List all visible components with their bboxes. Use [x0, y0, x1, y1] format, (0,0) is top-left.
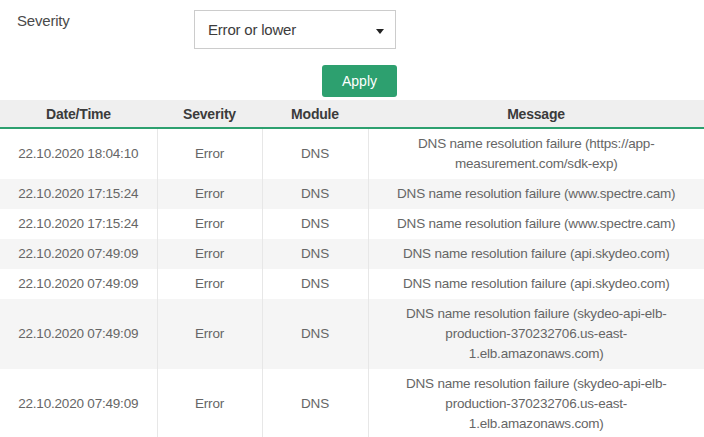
cell-message: DNS name resolution failure (skydeo-api-…	[368, 369, 704, 437]
cell-datetime: 22.10.2020 17:15:24	[0, 179, 157, 209]
col-header-module: Module	[262, 100, 368, 128]
table-row: 22.10.2020 07:49:09 Error DNS DNS name r…	[0, 269, 704, 299]
cell-module: DNS	[262, 299, 368, 369]
cell-message: DNS name resolution failure (skydeo-api-…	[368, 299, 704, 369]
cell-severity: Error	[157, 299, 262, 369]
cell-module: DNS	[262, 179, 368, 209]
cell-datetime: 22.10.2020 18:04:10	[0, 128, 157, 179]
apply-button[interactable]: Apply	[322, 65, 397, 97]
cell-severity: Error	[157, 239, 262, 269]
table-row: 22.10.2020 17:15:24 Error DNS DNS name r…	[0, 209, 704, 239]
severity-select[interactable]: Error or lower	[194, 10, 396, 49]
cell-severity: Error	[157, 128, 262, 179]
table-row: 22.10.2020 18:04:10 Error DNS DNS name r…	[0, 128, 704, 179]
cell-module: DNS	[262, 369, 368, 437]
cell-message: DNS name resolution failure (https://app…	[368, 128, 704, 179]
cell-datetime: 22.10.2020 07:49:09	[0, 239, 157, 269]
severity-select-value: Error or lower	[208, 21, 296, 38]
event-log-table: Date/Time Severity Module Message 22.10.…	[0, 100, 704, 437]
col-header-severity: Severity	[157, 100, 262, 128]
cell-datetime: 22.10.2020 07:49:09	[0, 269, 157, 299]
severity-label: Severity	[17, 12, 70, 29]
cell-severity: Error	[157, 269, 262, 299]
cell-module: DNS	[262, 209, 368, 239]
cell-message: DNS name resolution failure (api.skydeo.…	[368, 269, 704, 299]
cell-message: DNS name resolution failure (www.spectre…	[368, 179, 704, 209]
cell-message: DNS name resolution failure (www.spectre…	[368, 209, 704, 239]
table-row: 22.10.2020 07:49:09 Error DNS DNS name r…	[0, 239, 704, 269]
table-row: 22.10.2020 17:15:24 Error DNS DNS name r…	[0, 179, 704, 209]
chevron-down-icon	[376, 29, 384, 34]
cell-severity: Error	[157, 369, 262, 437]
table-row: 22.10.2020 07:49:09 Error DNS DNS name r…	[0, 369, 704, 437]
cell-message: DNS name resolution failure (api.skydeo.…	[368, 239, 704, 269]
severity-filter-form: Severity Error or lower Apply	[0, 0, 704, 100]
table-header-row: Date/Time Severity Module Message	[0, 100, 704, 128]
cell-severity: Error	[157, 209, 262, 239]
cell-datetime: 22.10.2020 07:49:09	[0, 299, 157, 369]
cell-module: DNS	[262, 269, 368, 299]
cell-severity: Error	[157, 179, 262, 209]
cell-datetime: 22.10.2020 17:15:24	[0, 209, 157, 239]
table-row: 22.10.2020 07:49:09 Error DNS DNS name r…	[0, 299, 704, 369]
cell-datetime: 22.10.2020 07:49:09	[0, 369, 157, 437]
cell-module: DNS	[262, 239, 368, 269]
cell-module: DNS	[262, 128, 368, 179]
col-header-message: Message	[368, 100, 704, 128]
col-header-datetime: Date/Time	[0, 100, 157, 128]
